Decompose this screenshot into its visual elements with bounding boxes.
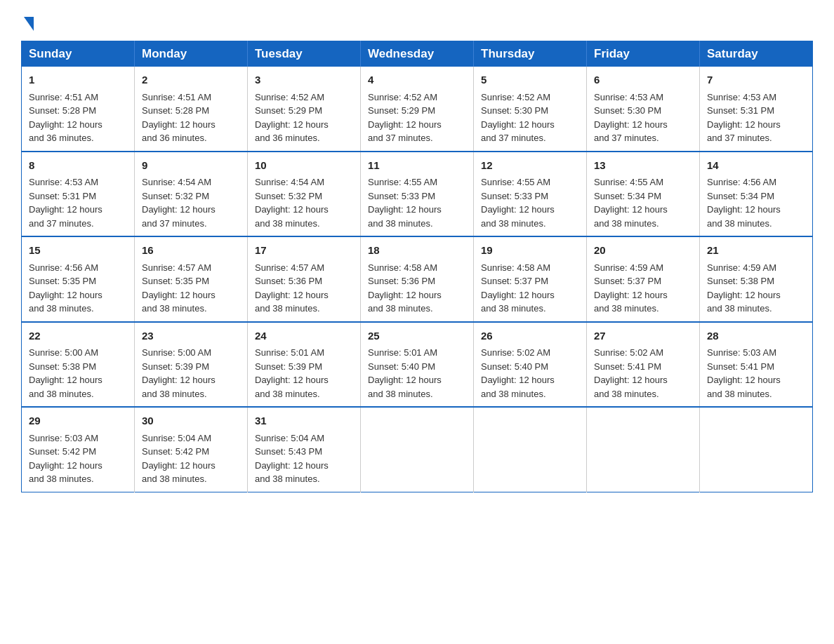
- calendar-cell: 18 Sunrise: 4:58 AMSunset: 5:36 PMDaylig…: [361, 236, 474, 322]
- day-info: Sunrise: 5:03 AMSunset: 5:41 PMDaylight:…: [707, 347, 781, 399]
- day-info: Sunrise: 4:52 AMSunset: 5:29 PMDaylight:…: [368, 92, 442, 144]
- day-number: 28: [707, 328, 805, 344]
- day-number: 18: [368, 243, 466, 259]
- calendar-cell: 17 Sunrise: 4:57 AMSunset: 5:36 PMDaylig…: [248, 236, 361, 322]
- calendar-cell: 31 Sunrise: 5:04 AMSunset: 5:43 PMDaylig…: [248, 407, 361, 492]
- calendar-cell: 16 Sunrise: 4:57 AMSunset: 5:35 PMDaylig…: [135, 236, 248, 322]
- day-info: Sunrise: 4:53 AMSunset: 5:30 PMDaylight:…: [594, 92, 668, 144]
- day-number: 31: [255, 413, 353, 429]
- calendar-cell: 23 Sunrise: 5:00 AMSunset: 5:39 PMDaylig…: [135, 322, 248, 408]
- calendar-cell: 4 Sunrise: 4:52 AMSunset: 5:29 PMDayligh…: [361, 67, 474, 152]
- day-info: Sunrise: 4:59 AMSunset: 5:37 PMDaylight:…: [594, 262, 668, 314]
- logo-arrow-icon: [24, 17, 34, 31]
- day-info: Sunrise: 4:59 AMSunset: 5:38 PMDaylight:…: [707, 262, 781, 314]
- calendar-cell: [700, 407, 813, 492]
- day-info: Sunrise: 5:01 AMSunset: 5:39 PMDaylight:…: [255, 347, 329, 399]
- day-number: 19: [481, 243, 579, 259]
- day-info: Sunrise: 4:56 AMSunset: 5:35 PMDaylight:…: [29, 262, 102, 314]
- day-info: Sunrise: 4:54 AMSunset: 5:32 PMDaylight:…: [255, 177, 329, 229]
- day-number: 14: [707, 158, 805, 174]
- day-info: Sunrise: 4:53 AMSunset: 5:31 PMDaylight:…: [29, 177, 102, 229]
- day-info: Sunrise: 4:55 AMSunset: 5:34 PMDaylight:…: [594, 177, 668, 229]
- logo-general: [21, 14, 34, 31]
- day-info: Sunrise: 4:53 AMSunset: 5:31 PMDaylight:…: [707, 92, 781, 144]
- day-info: Sunrise: 4:56 AMSunset: 5:34 PMDaylight:…: [707, 177, 781, 229]
- day-info: Sunrise: 5:00 AMSunset: 5:39 PMDaylight:…: [142, 347, 216, 399]
- header-tuesday: Tuesday: [248, 41, 361, 67]
- day-number: 11: [368, 158, 466, 174]
- day-number: 7: [707, 72, 805, 88]
- day-info: Sunrise: 4:58 AMSunset: 5:36 PMDaylight:…: [368, 262, 442, 314]
- calendar-week-5: 29 Sunrise: 5:03 AMSunset: 5:42 PMDaylig…: [22, 407, 813, 492]
- calendar-cell: 2 Sunrise: 4:51 AMSunset: 5:28 PMDayligh…: [135, 67, 248, 152]
- day-number: 8: [29, 158, 127, 174]
- calendar-cell: 28 Sunrise: 5:03 AMSunset: 5:41 PMDaylig…: [700, 322, 813, 408]
- header-thursday: Thursday: [474, 41, 587, 67]
- calendar-cell: 3 Sunrise: 4:52 AMSunset: 5:29 PMDayligh…: [248, 67, 361, 152]
- day-number: 21: [707, 243, 805, 259]
- calendar-week-1: 1 Sunrise: 4:51 AMSunset: 5:28 PMDayligh…: [22, 67, 813, 152]
- calendar-cell: 26 Sunrise: 5:02 AMSunset: 5:40 PMDaylig…: [474, 322, 587, 408]
- calendar-week-3: 15 Sunrise: 4:56 AMSunset: 5:35 PMDaylig…: [22, 236, 813, 322]
- calendar-cell: [587, 407, 700, 492]
- day-number: 15: [29, 243, 127, 259]
- day-info: Sunrise: 4:51 AMSunset: 5:28 PMDaylight:…: [142, 92, 216, 144]
- calendar-cell: 8 Sunrise: 4:53 AMSunset: 5:31 PMDayligh…: [22, 152, 135, 237]
- calendar-cell: 24 Sunrise: 5:01 AMSunset: 5:39 PMDaylig…: [248, 322, 361, 408]
- day-number: 24: [255, 328, 353, 344]
- calendar-week-4: 22 Sunrise: 5:00 AMSunset: 5:38 PMDaylig…: [22, 322, 813, 408]
- day-number: 4: [368, 72, 466, 88]
- calendar-cell: 11 Sunrise: 4:55 AMSunset: 5:33 PMDaylig…: [361, 152, 474, 237]
- day-number: 13: [594, 158, 692, 174]
- day-info: Sunrise: 4:52 AMSunset: 5:30 PMDaylight:…: [481, 92, 555, 144]
- day-number: 10: [255, 158, 353, 174]
- day-info: Sunrise: 4:58 AMSunset: 5:37 PMDaylight:…: [481, 262, 555, 314]
- day-number: 1: [29, 72, 127, 88]
- day-number: 26: [481, 328, 579, 344]
- day-info: Sunrise: 4:54 AMSunset: 5:32 PMDaylight:…: [142, 177, 216, 229]
- day-number: 30: [142, 413, 240, 429]
- header-sunday: Sunday: [22, 41, 135, 67]
- calendar-cell: 21 Sunrise: 4:59 AMSunset: 5:38 PMDaylig…: [700, 236, 813, 322]
- day-number: 9: [142, 158, 240, 174]
- day-info: Sunrise: 4:51 AMSunset: 5:28 PMDaylight:…: [29, 92, 102, 144]
- day-info: Sunrise: 4:55 AMSunset: 5:33 PMDaylight:…: [368, 177, 442, 229]
- header-friday: Friday: [587, 41, 700, 67]
- header-monday: Monday: [135, 41, 248, 67]
- calendar-table: SundayMondayTuesdayWednesdayThursdayFrid…: [21, 41, 813, 492]
- day-info: Sunrise: 4:57 AMSunset: 5:35 PMDaylight:…: [142, 262, 216, 314]
- calendar-cell: 19 Sunrise: 4:58 AMSunset: 5:37 PMDaylig…: [474, 236, 587, 322]
- day-number: 29: [29, 413, 127, 429]
- calendar-cell: 29 Sunrise: 5:03 AMSunset: 5:42 PMDaylig…: [22, 407, 135, 492]
- header-saturday: Saturday: [700, 41, 813, 67]
- calendar-week-2: 8 Sunrise: 4:53 AMSunset: 5:31 PMDayligh…: [22, 152, 813, 237]
- day-info: Sunrise: 5:03 AMSunset: 5:42 PMDaylight:…: [29, 433, 102, 485]
- calendar-cell: 6 Sunrise: 4:53 AMSunset: 5:30 PMDayligh…: [587, 67, 700, 152]
- header-wednesday: Wednesday: [361, 41, 474, 67]
- day-number: 5: [481, 72, 579, 88]
- calendar-cell: 1 Sunrise: 4:51 AMSunset: 5:28 PMDayligh…: [22, 67, 135, 152]
- day-number: 2: [142, 72, 240, 88]
- calendar-cell: 15 Sunrise: 4:56 AMSunset: 5:35 PMDaylig…: [22, 236, 135, 322]
- calendar-header-row: SundayMondayTuesdayWednesdayThursdayFrid…: [22, 41, 813, 67]
- day-number: 16: [142, 243, 240, 259]
- calendar-cell: 9 Sunrise: 4:54 AMSunset: 5:32 PMDayligh…: [135, 152, 248, 237]
- calendar-cell: 14 Sunrise: 4:56 AMSunset: 5:34 PMDaylig…: [700, 152, 813, 237]
- day-info: Sunrise: 5:04 AMSunset: 5:43 PMDaylight:…: [255, 433, 329, 485]
- calendar-cell: 13 Sunrise: 4:55 AMSunset: 5:34 PMDaylig…: [587, 152, 700, 237]
- day-number: 17: [255, 243, 353, 259]
- day-number: 23: [142, 328, 240, 344]
- day-info: Sunrise: 5:00 AMSunset: 5:38 PMDaylight:…: [29, 347, 102, 399]
- page-header: [21, 14, 813, 28]
- day-info: Sunrise: 5:01 AMSunset: 5:40 PMDaylight:…: [368, 347, 442, 399]
- calendar-cell: 27 Sunrise: 5:02 AMSunset: 5:41 PMDaylig…: [587, 322, 700, 408]
- day-info: Sunrise: 5:04 AMSunset: 5:42 PMDaylight:…: [142, 433, 216, 485]
- day-number: 25: [368, 328, 466, 344]
- day-info: Sunrise: 4:57 AMSunset: 5:36 PMDaylight:…: [255, 262, 329, 314]
- calendar-cell: 25 Sunrise: 5:01 AMSunset: 5:40 PMDaylig…: [361, 322, 474, 408]
- calendar-cell: 7 Sunrise: 4:53 AMSunset: 5:31 PMDayligh…: [700, 67, 813, 152]
- logo: [21, 14, 34, 28]
- calendar-cell: 20 Sunrise: 4:59 AMSunset: 5:37 PMDaylig…: [587, 236, 700, 322]
- day-number: 3: [255, 72, 353, 88]
- calendar-cell: 30 Sunrise: 5:04 AMSunset: 5:42 PMDaylig…: [135, 407, 248, 492]
